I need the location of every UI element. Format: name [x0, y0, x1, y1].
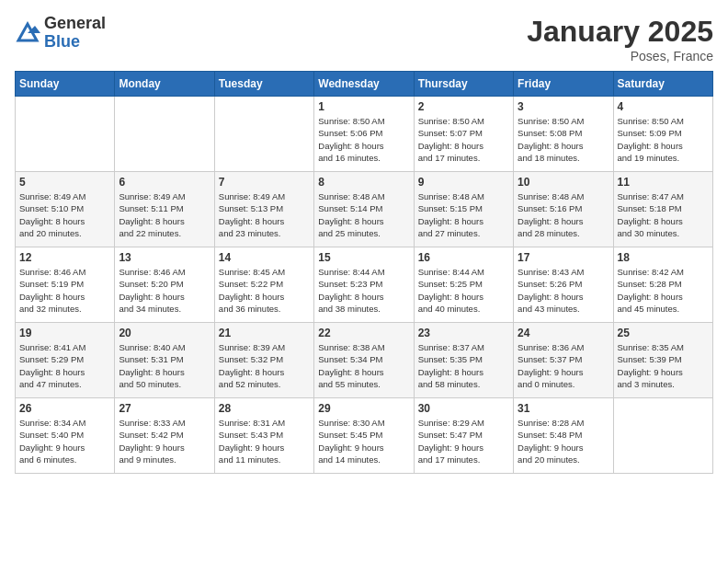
cell-content: Sunrise: 8:37 AMSunset: 5:35 PMDaylight:… — [418, 341, 509, 390]
day-number: 22 — [318, 327, 409, 339]
calendar-cell: 6Sunrise: 8:49 AMSunset: 5:11 PMDaylight… — [115, 172, 214, 247]
calendar-cell: 19Sunrise: 8:41 AMSunset: 5:29 PMDayligh… — [16, 323, 115, 398]
cell-content: Sunrise: 8:39 AMSunset: 5:32 PMDaylight:… — [219, 341, 310, 390]
day-number: 7 — [219, 176, 310, 189]
calendar-cell: 8Sunrise: 8:48 AMSunset: 5:14 PMDaylight… — [314, 172, 414, 247]
logo: General Blue — [15, 15, 106, 52]
calendar-cell: 13Sunrise: 8:46 AMSunset: 5:20 PMDayligh… — [115, 247, 214, 323]
header-day-thursday: Thursday — [414, 72, 513, 97]
calendar-cell: 2Sunrise: 8:50 AMSunset: 5:07 PMDaylight… — [414, 97, 513, 172]
cell-content: Sunrise: 8:42 AMSunset: 5:28 PMDaylight:… — [618, 266, 709, 315]
logo-general: General — [44, 15, 106, 33]
calendar-cell: 30Sunrise: 8:29 AMSunset: 5:47 PMDayligh… — [414, 398, 513, 474]
calendar-cell: 16Sunrise: 8:44 AMSunset: 5:25 PMDayligh… — [414, 247, 513, 323]
day-number: 9 — [418, 176, 509, 189]
location: Poses, France — [527, 49, 713, 63]
day-number: 8 — [318, 176, 409, 189]
header-day-tuesday: Tuesday — [214, 72, 313, 97]
cell-content: Sunrise: 8:30 AMSunset: 5:45 PMDaylight:… — [318, 417, 409, 465]
calendar-cell: 18Sunrise: 8:42 AMSunset: 5:28 PMDayligh… — [613, 247, 712, 323]
day-number: 31 — [518, 402, 609, 415]
week-row-4: 19Sunrise: 8:41 AMSunset: 5:29 PMDayligh… — [16, 323, 713, 398]
day-number: 13 — [119, 251, 210, 264]
day-number: 28 — [219, 402, 310, 415]
calendar-cell: 4Sunrise: 8:50 AMSunset: 5:09 PMDaylight… — [613, 97, 712, 172]
day-number: 10 — [518, 176, 609, 189]
calendar-cell: 31Sunrise: 8:28 AMSunset: 5:48 PMDayligh… — [514, 398, 613, 474]
cell-content: Sunrise: 8:49 AMSunset: 5:11 PMDaylight:… — [119, 190, 210, 239]
cell-content: Sunrise: 8:44 AMSunset: 5:25 PMDaylight:… — [418, 266, 509, 315]
day-number: 5 — [19, 176, 110, 189]
calendar-cell — [613, 398, 712, 474]
header-day-sunday: Sunday — [16, 72, 115, 97]
page-header: General Blue January 2025 Poses, France — [15, 15, 713, 63]
week-row-3: 12Sunrise: 8:46 AMSunset: 5:19 PMDayligh… — [16, 247, 713, 323]
week-row-1: 1Sunrise: 8:50 AMSunset: 5:06 PMDaylight… — [16, 97, 713, 172]
calendar-cell — [16, 97, 115, 172]
calendar-cell: 5Sunrise: 8:49 AMSunset: 5:10 PMDaylight… — [16, 172, 115, 247]
calendar-cell: 23Sunrise: 8:37 AMSunset: 5:35 PMDayligh… — [414, 323, 513, 398]
day-number: 18 — [618, 251, 709, 264]
day-number: 15 — [318, 251, 409, 264]
day-number: 19 — [19, 327, 110, 339]
day-number: 14 — [219, 251, 310, 264]
cell-content: Sunrise: 8:31 AMSunset: 5:43 PMDaylight:… — [219, 417, 310, 465]
calendar-cell — [115, 97, 214, 172]
calendar-cell: 22Sunrise: 8:38 AMSunset: 5:34 PMDayligh… — [314, 323, 414, 398]
calendar-cell: 25Sunrise: 8:35 AMSunset: 5:39 PMDayligh… — [613, 323, 712, 398]
cell-content: Sunrise: 8:46 AMSunset: 5:20 PMDaylight:… — [119, 266, 210, 315]
day-number: 30 — [418, 402, 509, 415]
cell-content: Sunrise: 8:41 AMSunset: 5:29 PMDaylight:… — [19, 341, 110, 390]
logo-text: General Blue — [44, 15, 106, 52]
day-number: 20 — [119, 327, 210, 339]
day-number: 23 — [418, 327, 509, 339]
calendar-cell: 29Sunrise: 8:30 AMSunset: 5:45 PMDayligh… — [314, 398, 414, 474]
calendar-cell: 10Sunrise: 8:48 AMSunset: 5:16 PMDayligh… — [514, 172, 613, 247]
logo-icon — [15, 20, 40, 46]
cell-content: Sunrise: 8:33 AMSunset: 5:42 PMDaylight:… — [119, 417, 210, 465]
calendar-cell: 7Sunrise: 8:49 AMSunset: 5:13 PMDaylight… — [214, 172, 313, 247]
cell-content: Sunrise: 8:44 AMSunset: 5:23 PMDaylight:… — [318, 266, 409, 315]
day-number: 11 — [618, 176, 709, 189]
month-title: January 2025 — [527, 15, 713, 49]
calendar-cell — [214, 97, 313, 172]
cell-content: Sunrise: 8:47 AMSunset: 5:18 PMDaylight:… — [618, 190, 709, 239]
logo-blue: Blue — [44, 33, 106, 52]
day-number: 24 — [518, 327, 609, 339]
day-number: 29 — [318, 402, 409, 415]
day-number: 3 — [518, 100, 609, 113]
day-number: 12 — [19, 251, 110, 264]
header-row: SundayMondayTuesdayWednesdayThursdayFrid… — [16, 72, 713, 97]
day-number: 1 — [318, 100, 409, 113]
cell-content: Sunrise: 8:46 AMSunset: 5:19 PMDaylight:… — [19, 266, 110, 315]
calendar-table: SundayMondayTuesdayWednesdayThursdayFrid… — [15, 71, 713, 474]
calendar-cell: 12Sunrise: 8:46 AMSunset: 5:19 PMDayligh… — [16, 247, 115, 323]
header-day-friday: Friday — [514, 72, 613, 97]
calendar-cell: 21Sunrise: 8:39 AMSunset: 5:32 PMDayligh… — [214, 323, 313, 398]
calendar-cell: 26Sunrise: 8:34 AMSunset: 5:40 PMDayligh… — [16, 398, 115, 474]
day-number: 2 — [418, 100, 509, 113]
calendar-cell: 11Sunrise: 8:47 AMSunset: 5:18 PMDayligh… — [613, 172, 712, 247]
cell-content: Sunrise: 8:34 AMSunset: 5:40 PMDaylight:… — [19, 417, 110, 465]
calendar-cell: 17Sunrise: 8:43 AMSunset: 5:26 PMDayligh… — [514, 247, 613, 323]
day-number: 21 — [219, 327, 310, 339]
calendar-header: SundayMondayTuesdayWednesdayThursdayFrid… — [16, 72, 713, 97]
calendar-cell: 14Sunrise: 8:45 AMSunset: 5:22 PMDayligh… — [214, 247, 313, 323]
title-block: January 2025 Poses, France — [527, 15, 713, 63]
week-row-5: 26Sunrise: 8:34 AMSunset: 5:40 PMDayligh… — [16, 398, 713, 474]
cell-content: Sunrise: 8:38 AMSunset: 5:34 PMDaylight:… — [318, 341, 409, 390]
calendar-cell: 24Sunrise: 8:36 AMSunset: 5:37 PMDayligh… — [514, 323, 613, 398]
cell-content: Sunrise: 8:35 AMSunset: 5:39 PMDaylight:… — [618, 341, 709, 390]
cell-content: Sunrise: 8:50 AMSunset: 5:08 PMDaylight:… — [518, 115, 609, 164]
day-number: 16 — [418, 251, 509, 264]
day-number: 26 — [19, 402, 110, 415]
cell-content: Sunrise: 8:36 AMSunset: 5:37 PMDaylight:… — [518, 341, 609, 390]
cell-content: Sunrise: 8:50 AMSunset: 5:06 PMDaylight:… — [318, 115, 409, 164]
header-day-monday: Monday — [115, 72, 214, 97]
day-number: 4 — [618, 100, 709, 113]
cell-content: Sunrise: 8:49 AMSunset: 5:13 PMDaylight:… — [219, 190, 310, 239]
calendar-body: 1Sunrise: 8:50 AMSunset: 5:06 PMDaylight… — [16, 97, 713, 474]
calendar-cell: 1Sunrise: 8:50 AMSunset: 5:06 PMDaylight… — [314, 97, 414, 172]
calendar-cell: 9Sunrise: 8:48 AMSunset: 5:15 PMDaylight… — [414, 172, 513, 247]
calendar-cell: 3Sunrise: 8:50 AMSunset: 5:08 PMDaylight… — [514, 97, 613, 172]
